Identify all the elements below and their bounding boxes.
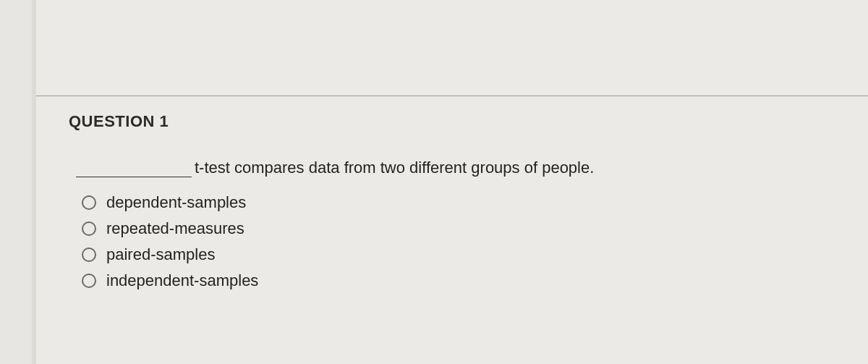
- option-label: repeated-measures: [106, 219, 244, 238]
- radio-icon[interactable]: [82, 195, 96, 210]
- radio-icon[interactable]: [82, 274, 96, 288]
- option-dependent-samples[interactable]: dependent-samples: [82, 193, 839, 212]
- option-label: independent-samples: [106, 271, 258, 290]
- radio-icon[interactable]: [82, 247, 96, 262]
- question-title: QUESTION 1: [69, 112, 839, 131]
- prompt-text: t-test compares data from two different …: [195, 158, 594, 177]
- option-repeated-measures[interactable]: repeated-measures: [82, 219, 839, 238]
- option-independent-samples[interactable]: independent-samples: [82, 271, 839, 290]
- radio-icon[interactable]: [82, 221, 96, 236]
- option-label: paired-samples: [106, 245, 215, 264]
- question-content: QUESTION 1 t-test compares data from two…: [69, 112, 839, 297]
- horizontal-divider: [36, 96, 868, 96]
- options-list: dependent-samples repeated-measures pair…: [82, 193, 839, 290]
- option-label: dependent-samples: [106, 193, 246, 212]
- option-paired-samples[interactable]: paired-samples: [82, 245, 839, 264]
- fill-in-blank: [76, 161, 192, 177]
- question-prompt: t-test compares data from two different …: [76, 158, 839, 177]
